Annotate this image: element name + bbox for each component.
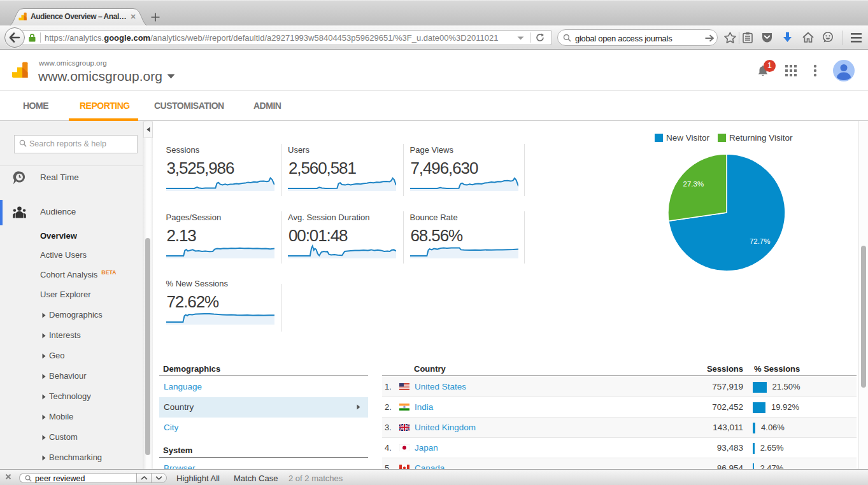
- sidebar-search-placeholder: Search reports & help: [29, 139, 106, 148]
- url-text[interactable]: https://analytics.google.com/analytics/w…: [45, 33, 515, 43]
- tab-title: Audience Overview – Anal…: [31, 12, 126, 21]
- sidebar-item-label: Audience: [40, 207, 76, 216]
- find-close-icon[interactable]: [5, 474, 11, 480]
- sidebar-item-real-time[interactable]: Real Time: [0, 167, 143, 190]
- download-icon[interactable]: [783, 32, 792, 43]
- expand-arrow-icon: [42, 313, 46, 318]
- tab-reporting[interactable]: REPORTING: [80, 101, 130, 111]
- more-options-kebab-icon[interactable]: [813, 64, 817, 77]
- metric-value: 3,525,986: [167, 158, 234, 178]
- bookmark-star-icon[interactable]: [724, 32, 736, 43]
- sessions-column-header[interactable]: Sessions: [688, 364, 743, 374]
- sidebar-item-audience[interactable]: Audience: [0, 201, 143, 224]
- browser-navigation-toolbar: https://analytics.google.com/analytics/w…: [0, 25, 868, 50]
- sidebar-item-custom[interactable]: Custom: [0, 427, 143, 447]
- sessions-value: 143,011: [650, 423, 743, 432]
- home-icon[interactable]: [802, 32, 814, 43]
- sidebar-item-active-users[interactable]: Active Users: [0, 245, 143, 265]
- country-flag-icon-us: [399, 383, 409, 390]
- hamburger-menu-icon[interactable]: [851, 33, 862, 43]
- find-query[interactable]: peer reviewed: [35, 474, 85, 483]
- search-go-icon[interactable]: [705, 34, 715, 42]
- sidebar-item-cohort-analysis[interactable]: Cohort AnalysisBETA: [0, 264, 143, 285]
- sidebar-item-technology[interactable]: Technology: [0, 386, 143, 407]
- panel-rule: [159, 376, 368, 376]
- sidebar-item-label: Technology: [49, 391, 91, 401]
- tab-admin[interactable]: ADMIN: [253, 101, 281, 111]
- property-caret-icon[interactable]: [167, 74, 175, 79]
- submenu-arrow-icon: [357, 404, 360, 410]
- user-avatar[interactable]: [833, 60, 855, 81]
- sidebar-item-user-explorer[interactable]: User Explorer: [0, 285, 143, 305]
- pct-sessions-column-header[interactable]: % Sessions: [754, 364, 800, 374]
- tab-customisation[interactable]: CUSTOMISATION: [154, 101, 224, 111]
- find-next-button[interactable]: [151, 473, 167, 483]
- search-input-value[interactable]: global open access journals: [575, 34, 672, 43]
- legend-swatch: [655, 134, 663, 142]
- sparkline-chart: [410, 244, 518, 259]
- sidebar-scrollbar-thumb[interactable]: [145, 238, 150, 455]
- pie-slice-label: 27.3%: [683, 180, 704, 188]
- new-tab-button[interactable]: [151, 13, 160, 22]
- toolbar-separator: [843, 31, 843, 45]
- sidebar-item-interests[interactable]: Interests: [0, 325, 143, 346]
- system-link-browser[interactable]: Browser: [159, 458, 368, 469]
- sparkline-chart: [288, 176, 396, 192]
- sidebar-item-benchmarking[interactable]: Benchmarking: [0, 447, 143, 468]
- analytics-nav-tabs: HOME REPORTING CUSTOMISATION ADMIN: [0, 91, 868, 121]
- demographics-link-country[interactable]: Country: [159, 397, 368, 418]
- tab-favicon-analytics-icon: [18, 12, 27, 20]
- property-selector[interactable]: www.omicsgroup.org: [38, 69, 162, 84]
- sessions-value: 702,452: [650, 402, 743, 412]
- country-link[interactable]: India: [415, 402, 433, 412]
- sidebar-item-demographics[interactable]: Demographics: [0, 305, 143, 325]
- country-link[interactable]: Canada: [415, 463, 445, 469]
- expand-arrow-icon: [42, 455, 46, 461]
- sidebar-item-label: User Explorer: [40, 290, 90, 299]
- find-previous-button[interactable]: [136, 473, 152, 483]
- legend-label: New Visitor: [666, 133, 709, 143]
- sparkline-chart: [166, 310, 274, 325]
- pct-sessions-bar: [753, 463, 754, 469]
- metric-label: Bounce Rate: [410, 213, 458, 222]
- sidebar-item-mobile[interactable]: Mobile: [0, 407, 143, 427]
- table-header-rule: [382, 376, 857, 376]
- metric-divider: [524, 144, 525, 196]
- sidebar-item-overview[interactable]: Overview: [0, 226, 143, 246]
- sparkline-chart: [288, 244, 396, 259]
- tab-home[interactable]: HOME: [23, 101, 48, 111]
- google-apps-grid-icon[interactable]: [785, 65, 797, 76]
- country-link[interactable]: United States: [415, 382, 466, 391]
- pct-sessions-bar: [753, 443, 755, 454]
- link-label: Language: [164, 382, 202, 391]
- report-sidebar: Search reports & help Real TimeAudienceO…: [0, 121, 153, 469]
- country-link[interactable]: United Kingdom: [415, 423, 476, 432]
- url-dropdown-icon[interactable]: [517, 36, 524, 40]
- sidebar-item-geo[interactable]: Geo: [0, 346, 143, 366]
- country-column-header[interactable]: Country: [414, 364, 446, 374]
- metric-value: 2,560,581: [288, 158, 356, 178]
- notification-badge[interactable]: 1: [764, 60, 776, 72]
- back-arrow-icon: [9, 32, 20, 43]
- metric-value: 72.62%: [167, 292, 219, 312]
- metric-divider: [281, 144, 282, 196]
- pocket-icon[interactable]: [762, 32, 772, 43]
- chat-smiley-icon[interactable]: [822, 32, 834, 43]
- sidebar-item-behaviour[interactable]: Behaviour: [0, 366, 143, 386]
- bookmarks-list-icon[interactable]: [743, 32, 753, 43]
- country-table-row: 4.Japan93,4832.65%: [382, 438, 857, 458]
- search-magnifier-icon[interactable]: [563, 34, 571, 42]
- demographics-link-language[interactable]: Language: [159, 377, 368, 397]
- country-link[interactable]: Japan: [415, 443, 438, 453]
- pct-sessions-value: 21.50%: [772, 382, 800, 391]
- page-scrollbar-thumb[interactable]: [861, 246, 866, 388]
- sidebar-item-label: Cohort AnalysisBETA: [40, 269, 117, 279]
- find-match-case-button[interactable]: Match Case: [234, 474, 278, 483]
- demographics-link-city[interactable]: City: [159, 418, 368, 438]
- country-flag-icon-gb: [399, 424, 409, 431]
- https-lock-icon[interactable]: [29, 34, 36, 42]
- tab-close-icon[interactable]: ✕: [129, 13, 137, 20]
- reload-icon[interactable]: [536, 33, 544, 42]
- metric-value: 68.56%: [411, 226, 463, 246]
- find-highlight-all-button[interactable]: Highlight All: [176, 474, 220, 483]
